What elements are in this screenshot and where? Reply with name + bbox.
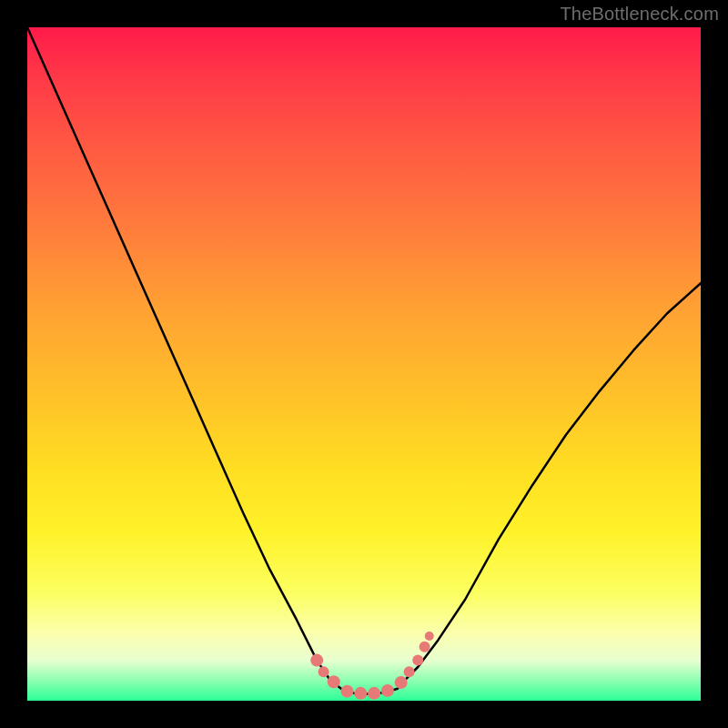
marker-dot-11 [425, 632, 434, 641]
marker-dot-3 [341, 685, 354, 698]
marker-dot-9 [412, 655, 423, 666]
marker-dot-2 [328, 675, 340, 688]
chart-frame: TheBottleneck.com [0, 0, 728, 728]
series-lines [27, 27, 701, 694]
marker-dot-0 [310, 654, 323, 667]
curve-layer [27, 27, 701, 701]
marker-dot-8 [404, 666, 415, 677]
marker-dots [310, 632, 434, 700]
marker-dot-5 [368, 687, 380, 700]
marker-dot-4 [354, 687, 367, 700]
marker-dot-1 [318, 666, 329, 677]
series-right-branch [404, 283, 701, 681]
watermark-text: TheBottleneck.com [560, 4, 719, 25]
marker-dot-6 [381, 684, 394, 697]
marker-dot-7 [395, 676, 408, 689]
marker-dot-10 [420, 642, 430, 652]
plot-area [27, 27, 701, 701]
series-left-branch [27, 27, 330, 681]
